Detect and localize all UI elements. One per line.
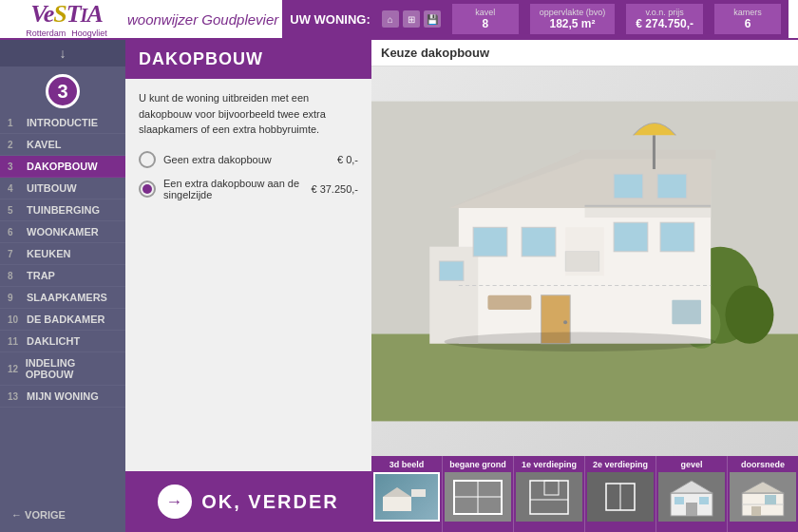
sidebar-item-dakopbouw[interactable]: 3 DAKOPBOUW (0, 156, 125, 178)
option-geen-dakopbouw[interactable]: Geen extra dakopbouw € 0,- (139, 151, 358, 168)
svg-rect-26 (487, 295, 531, 310)
kavel-stat: kavel 8 (452, 4, 519, 34)
kamers-stat: kamers 6 (714, 4, 781, 34)
tab-1v-thumb (516, 472, 582, 522)
svg-rect-15 (660, 222, 694, 252)
print-icon[interactable]: ⊞ (403, 10, 420, 28)
main-layout: ↓ 3 1 INTRODUCTIE 2 KAVEL 3 DAKOPBOUW 4 … (0, 40, 798, 532)
svg-marker-40 (671, 481, 712, 493)
svg-rect-16 (473, 227, 507, 256)
svg-rect-27 (672, 300, 701, 325)
svg-rect-42 (674, 497, 684, 504)
svg-marker-8 (580, 150, 715, 160)
svg-rect-34 (530, 481, 568, 514)
tab-2v-label: 2e verdieping (593, 460, 648, 469)
svg-rect-30 (411, 489, 426, 497)
keuze-label: Keuze dakopbouw (371, 40, 798, 66)
tab-doorsnede-label: doorsnede (741, 460, 785, 469)
radio-geen[interactable] (139, 151, 156, 168)
logo-main: VeSTIA (30, 0, 103, 28)
svg-rect-12 (614, 174, 643, 199)
option-singelzijde-price: € 37.250,- (311, 183, 358, 195)
right-panel: Keuze dakopbouw (371, 40, 798, 532)
tab-2e-verdieping[interactable]: 2e verdieping (585, 456, 656, 532)
uw-woning-label: UW WONING: (290, 12, 370, 27)
vorige-button[interactable]: ← VORIGE (8, 505, 118, 524)
ok-arrow-icon: → (165, 492, 184, 512)
nav-down-arrow[interactable]: ↓ (0, 40, 125, 66)
content-description: U kunt de woning uitbreiden met een dako… (139, 90, 358, 138)
tab-begane-grond[interactable]: begane grond (443, 456, 514, 532)
svg-rect-13 (657, 174, 687, 199)
svg-rect-22 (565, 252, 599, 271)
tab-3d-label: 3D beeld (390, 460, 425, 469)
option-singelzijde[interactable]: Een extra dakopbouw aan de singelzijde €… (139, 178, 358, 200)
svg-rect-35 (544, 481, 559, 495)
sidebar-bottom: ← VORIGE (0, 498, 125, 532)
tab-doorsnede-thumb (730, 472, 796, 522)
logo-sub: Rotterdam Hoogvliet (26, 28, 107, 38)
sidebar-item-uitbouw[interactable]: 4 UITBOUW (0, 178, 125, 200)
view-tabs: 3D beeld begane grond (371, 456, 798, 532)
sidebar-item-indeling[interactable]: 12 INDELING OPBOUW (0, 352, 125, 386)
sidebar-item-trap[interactable]: 8 TRAP (0, 265, 125, 287)
sidebar-item-introductie[interactable]: 1 INTRODUCTIE (0, 112, 125, 134)
tab-gevel-thumb (658, 472, 725, 522)
tab-gevel[interactable]: gevel (656, 456, 728, 532)
tab-3d-beeld[interactable]: 3D beeld (371, 456, 443, 532)
ok-circle: → (158, 484, 192, 519)
svg-rect-11 (653, 135, 656, 169)
sidebar-item-slaapkamers[interactable]: 9 SLAAPKAMERS (0, 287, 125, 309)
tab-3d-thumb (373, 472, 440, 522)
home-icon[interactable]: ⌂ (382, 10, 399, 28)
radio-selected-indicator (142, 184, 152, 194)
tab-bg-thumb (445, 472, 511, 522)
save-icon[interactable]: 💾 (424, 10, 441, 28)
tab-bg-label: begane grond (449, 460, 506, 469)
ok-verder-button[interactable]: → OK, VERDER (125, 471, 371, 532)
svg-point-24 (445, 332, 716, 351)
svg-marker-48 (742, 482, 784, 493)
sidebar-item-tuinberging[interactable]: 5 TUINBERGING (0, 200, 125, 221)
option-geen-label: Geen extra dakopbouw (163, 154, 337, 165)
svg-rect-46 (751, 506, 761, 516)
svg-point-19 (563, 320, 567, 324)
content-panel: DAKOPBOUW U kunt de woning uitbreiden me… (125, 40, 371, 532)
ok-verder-label: OK, VERDER (201, 491, 338, 513)
sidebar-item-mijn-woning[interactable]: 13 MIJN WONING (0, 386, 125, 408)
woning-icons: ⌂ ⊞ 💾 (382, 10, 441, 28)
sidebar: ↓ 3 1 INTRODUCTIE 2 KAVEL 3 DAKOPBOUW 4 … (0, 40, 125, 532)
tab-2v-thumb (587, 472, 654, 522)
svg-rect-14 (614, 222, 648, 252)
radio-singelzijde[interactable] (139, 180, 156, 198)
app-title: woonwijzer Goudplevier (124, 11, 282, 28)
app-header: VeSTIA Rotterdam Hoogvliet woonwijzer Go… (0, 0, 798, 40)
sidebar-item-daklicht[interactable]: 11 DAKLICHT (0, 331, 125, 352)
svg-rect-20 (439, 261, 464, 280)
prijs-stat: v.o.n. prijs € 274.750,- (626, 4, 703, 34)
oppervlakte-stat: oppervlakte (bvo) 182,5 m² (530, 4, 616, 34)
tab-doorsnede[interactable]: doorsnede (728, 456, 798, 532)
tab-1e-verdieping[interactable]: 1e verdieping (514, 456, 585, 532)
tab-gevel-label: gevel (680, 460, 702, 469)
house-visualization (371, 66, 798, 456)
svg-rect-28 (383, 497, 411, 511)
sidebar-item-keuken[interactable]: 7 KEUKEN (0, 243, 125, 265)
sidebar-item-badkamer[interactable]: 10 DE BADKAMER (0, 309, 125, 331)
svg-rect-47 (765, 495, 776, 504)
tab-1v-label: 1e verdieping (522, 460, 577, 469)
sidebar-item-kavel[interactable]: 2 KAVEL (0, 134, 125, 156)
svg-marker-29 (383, 487, 411, 497)
step-badge: 3 (46, 74, 80, 108)
logo-area: VeSTIA Rotterdam Hoogvliet (10, 0, 124, 38)
option-singelzijde-label: Een extra dakopbouw aan de singelzijde (163, 178, 311, 200)
svg-rect-41 (686, 503, 697, 516)
svg-rect-43 (699, 497, 709, 504)
svg-rect-17 (522, 227, 556, 256)
uw-woning-panel: UW WONING: ⌂ ⊞ 💾 kavel 8 oppervlakte (bv… (282, 0, 788, 39)
svg-point-3 (725, 286, 773, 344)
section-title: DAKOPBOUW (125, 40, 371, 79)
sidebar-item-woonkamer[interactable]: 6 WOONKAMER (0, 221, 125, 243)
option-geen-price: € 0,- (337, 154, 358, 165)
content-body: U kunt de woning uitbreiden met een dako… (125, 79, 371, 471)
